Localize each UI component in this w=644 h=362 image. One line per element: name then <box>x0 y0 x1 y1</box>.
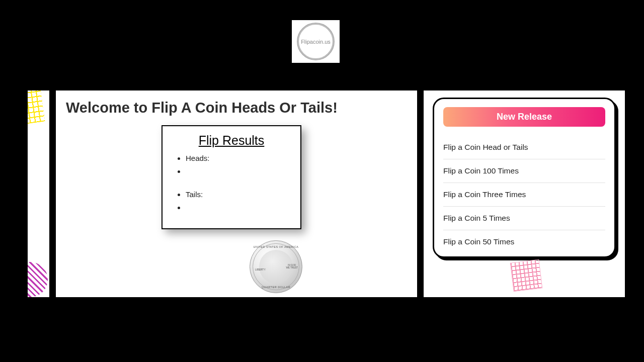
coin-text-bottom: QUARTER DOLLAR <box>262 286 290 289</box>
tails-label: Tails: <box>186 190 288 199</box>
release-link-100-times[interactable]: Flip a Coin 100 Times <box>443 159 605 183</box>
results-list: Heads: Tails: <box>175 154 288 212</box>
results-heading: Flip Results <box>175 133 288 148</box>
decoration-strip <box>28 90 49 297</box>
new-release-header: New Release <box>443 107 605 127</box>
release-links-list: Flip a Coin Head or Tails Flip a Coin 10… <box>443 136 605 253</box>
coin-text-right: IN GOD WE TRUST <box>286 264 298 269</box>
sidebar: New Release Flip a Coin Head or Tails Fl… <box>424 90 625 297</box>
tails-value <box>186 203 288 212</box>
release-link-50-times[interactable]: Flip a Coin 50 Times <box>443 230 605 253</box>
page-title: Welcome to Flip A Coin Heads Or Tails! <box>66 100 407 116</box>
logo-text: Flipacoin.us <box>301 39 331 45</box>
pink-grid-icon <box>510 259 543 292</box>
main-content: Welcome to Flip A Coin Heads Or Tails! F… <box>54 90 419 297</box>
release-link-5-times[interactable]: Flip a Coin 5 Times <box>443 207 605 230</box>
new-release-card: New Release Flip a Coin Head or Tails Fl… <box>433 98 616 258</box>
coin-text-left: LIBERTY <box>255 268 266 271</box>
site-logo[interactable]: Flipacoin.us <box>292 20 340 63</box>
release-link-three-times[interactable]: Flip a Coin Three Times <box>443 183 605 207</box>
logo-circle-icon: Flipacoin.us <box>297 23 335 60</box>
release-link-head-or-tails[interactable]: Flip a Coin Head or Tails <box>443 136 605 159</box>
coin-text-top: UNITED STATES OF AMERICA <box>253 245 298 248</box>
flip-results-box: Flip Results Heads: Tails: <box>162 125 301 229</box>
yellow-grid-icon <box>28 90 45 125</box>
purple-stripes-icon <box>28 262 48 297</box>
coin-image[interactable]: UNITED STATES OF AMERICA QUARTER DOLLAR … <box>250 240 302 293</box>
heads-value <box>186 167 288 176</box>
heads-label: Heads: <box>186 154 288 163</box>
